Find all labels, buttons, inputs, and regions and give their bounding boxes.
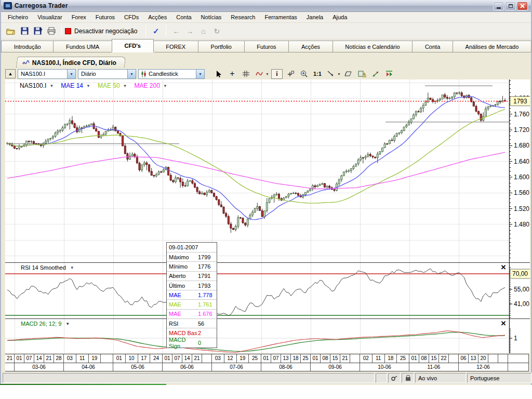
chevron-down-icon[interactable]: ▼ [65, 322, 70, 326]
tab-forex[interactable]: FOREX [153, 41, 198, 52]
chevron-down-icon[interactable]: ▼ [337, 72, 341, 76]
refresh-icon[interactable]: ↻ [210, 25, 223, 37]
date-axis-day [498, 354, 508, 363]
legend-item[interactable]: MAE 50▼ [98, 82, 127, 89]
date-axis-month: 04-06 [64, 363, 113, 371]
zoom-in-button[interactable] [298, 69, 310, 79]
rsi-panel[interactable]: 55,0041,0070,00 [5, 262, 530, 318]
auto-shift-tool-button[interactable] [383, 69, 395, 79]
home-icon[interactable]: ⌂ [197, 25, 209, 37]
chevron-down-icon[interactable]: ▼ [70, 265, 74, 270]
tab-conta[interactable]: Conta [412, 41, 453, 52]
menu-item-ajuda[interactable]: Ajuda [328, 12, 352, 22]
restore-button[interactable] [505, 2, 516, 10]
tab-fundos-uma[interactable]: Fundos UMA [53, 41, 112, 52]
date-axis-day: 01 [15, 354, 24, 363]
date-axis-month [5, 363, 15, 371]
add-window-button[interactable] [285, 69, 296, 79]
menu-item-visualizar[interactable]: Visualizar [33, 12, 67, 22]
indicator-wave-icon [256, 71, 263, 77]
tab-introdu-o[interactable]: Introdução [1, 41, 54, 52]
alert-tool-button[interactable]: ! [356, 69, 368, 79]
date-axis-day: 01 [409, 354, 419, 363]
macd-panel[interactable]: 1 [5, 318, 530, 353]
scale-tool-button[interactable] [370, 69, 381, 79]
tab-cfd-s[interactable]: CFD's [112, 39, 154, 52]
chevron-down-icon[interactable]: ▼ [163, 84, 167, 88]
legend-item[interactable]: NAS100.I▼ [20, 82, 54, 89]
menu-item-acções[interactable]: Acções [143, 12, 171, 22]
crosshair-tool-button[interactable]: + [227, 69, 238, 79]
chevron-down-icon[interactable]: ▼ [265, 72, 269, 76]
macd-close-icon[interactable]: ✕ [500, 320, 507, 327]
progress-line [0, 384, 166, 385]
confirm-check-icon[interactable]: ✓ [150, 25, 162, 37]
tab-ac-es[interactable]: Acções [288, 41, 332, 52]
save-as-button[interactable]: ? [32, 25, 44, 37]
language-status[interactable]: Portuguese [467, 373, 531, 383]
rsi-title[interactable]: RSI 14 Smoothed ▼ [21, 264, 74, 271]
menu-item-ficheiro[interactable]: Ficheiro [3, 12, 33, 22]
info-tool-button[interactable]: i [271, 69, 283, 79]
chart-header: NAS100.I, Índice CFD, Diário [1, 52, 531, 68]
menu-item-research[interactable]: Research [226, 12, 260, 22]
grid-tool-button[interactable] [240, 69, 251, 79]
minimize-button[interactable] [493, 2, 504, 10]
date-axis-day: 19 [237, 354, 249, 363]
symbol-combobox[interactable]: NAS100.I ▼ [18, 69, 76, 79]
tab-not-cias-e-calend-rio[interactable]: Notícias e Calendário [332, 41, 413, 52]
chevron-down-icon[interactable]: ▼ [123, 84, 127, 88]
chevron-down-icon[interactable]: ▼ [86, 84, 90, 88]
style-combobox[interactable]: Candlestick ▼ [138, 69, 205, 79]
trading-stop-icon[interactable] [65, 28, 71, 34]
menu-item-forex[interactable]: Forex [67, 12, 91, 22]
print-button[interactable] [45, 25, 58, 37]
tab-futuros[interactable]: Futuros [244, 41, 289, 52]
eraser-tool-button[interactable] [343, 69, 354, 79]
legend-item[interactable]: MAE 14▼ [61, 82, 90, 89]
rsi-close-icon[interactable]: ✕ [500, 264, 507, 271]
price-chart[interactable]: 1.8001.7601.7201.6801.6401.6001.5601.520… [5, 79, 530, 262]
chevron-down-icon[interactable]: ▼ [49, 84, 54, 88]
chart-doc-tab[interactable]: NAS100.I, Índice CFD, Diário [16, 57, 126, 68]
ratio-1-1-button[interactable]: 1:1 [312, 69, 323, 79]
chevron-down-icon[interactable]: ▼ [67, 70, 75, 78]
rsi-title-label: RSI 14 Smoothed [21, 264, 66, 271]
tooltip-row: RSI56 [167, 319, 217, 328]
svg-text:1793: 1793 [513, 98, 527, 105]
macd-title[interactable]: MACD 26; 12; 9 ▼ [21, 321, 70, 327]
forward-icon[interactable]: → [183, 27, 196, 35]
date-axis-group: 0107142106-06 [163, 354, 212, 371]
legend-label: MAE 14 [61, 82, 83, 89]
menu-item-cfds[interactable]: CFDs [119, 12, 143, 22]
date-axis-day: 01 [113, 354, 126, 363]
close-button[interactable] [517, 2, 528, 10]
trading-toggle-label[interactable]: Desactivar negociação [74, 28, 137, 35]
open-button[interactable] [5, 25, 17, 37]
back-icon[interactable]: ← [169, 27, 183, 35]
period-combobox[interactable]: Diário ▼ [78, 69, 136, 79]
tab-an-lises-de-mercado[interactable]: Análises de Mercado [453, 41, 531, 52]
svg-text:1.480: 1.480 [514, 221, 529, 228]
date-axis: 21010714212803-0603111904-060110172405-0… [5, 354, 529, 371]
indicator-tool-button[interactable] [254, 69, 265, 79]
menu-item-janela[interactable]: Janela [302, 12, 328, 22]
menu-item-ferramentas[interactable]: Ferramentas [260, 12, 301, 22]
menu-item-notícias[interactable]: Notícias [196, 12, 227, 22]
cursor-tool-button[interactable] [213, 69, 224, 79]
legend-item[interactable]: MAE 200▼ [135, 82, 167, 89]
date-axis-group: 0108152211-06 [409, 354, 459, 371]
menu-item-futuros[interactable]: Futuros [91, 12, 119, 22]
tab-portfolio[interactable]: Portfolio [198, 41, 245, 52]
title-bar[interactable]: Carregosa Trader [1, 0, 531, 12]
save-button[interactable] [18, 25, 31, 37]
grid-icon [243, 71, 249, 77]
date-axis-day: 02 [360, 354, 373, 363]
collapse-panel-button[interactable]: ▲ [5, 69, 16, 78]
date-axis-day: 24 [150, 354, 163, 363]
chevron-down-icon[interactable]: ▼ [196, 70, 204, 78]
date-axis-day: 15 [429, 354, 439, 363]
chevron-down-icon[interactable]: ▼ [127, 70, 136, 78]
trendline-tool-button[interactable] [325, 69, 337, 79]
menu-item-conta[interactable]: Conta [171, 12, 196, 22]
